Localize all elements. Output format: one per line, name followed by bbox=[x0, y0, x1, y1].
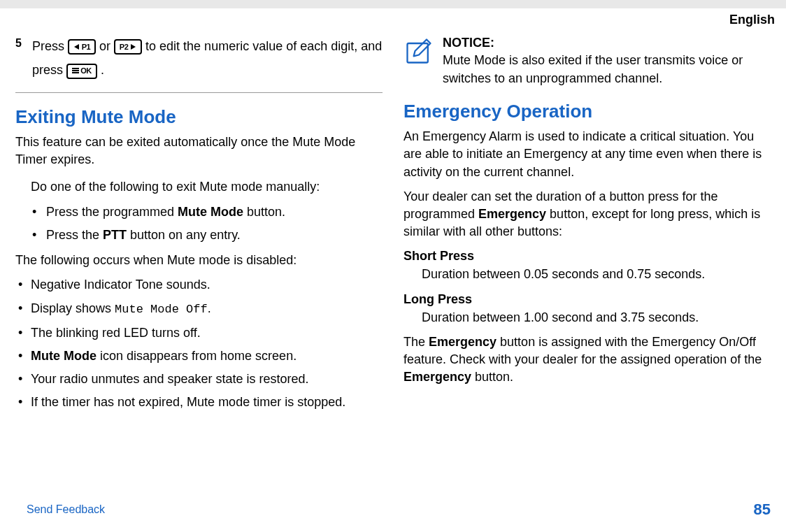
svg-marker-1 bbox=[131, 44, 136, 50]
step-number: 5 bbox=[15, 36, 25, 51]
list-item: Your radio unmutes and speaker state is … bbox=[15, 371, 383, 387]
p-bold: Emergency bbox=[478, 207, 546, 221]
left-column: 5 Press P1 or P2 to edit the numeric val… bbox=[15, 34, 383, 417]
manual-exit-list: Press the programmed Mute Mode button. P… bbox=[31, 203, 383, 244]
list-item-ptt: Press the PTT button on any entry. bbox=[31, 227, 383, 243]
page-number: 85 bbox=[754, 499, 771, 521]
li-bold: Mute Mode bbox=[31, 349, 97, 363]
arrow-right-icon bbox=[129, 43, 136, 50]
key-ok: OK bbox=[66, 64, 97, 79]
li-text: button on any entry. bbox=[127, 228, 241, 242]
list-item: If the timer has not expired, Mute mode … bbox=[15, 394, 383, 410]
li-text: button. bbox=[243, 205, 285, 219]
key-p1: P1 bbox=[68, 39, 96, 55]
step-text-end: . bbox=[101, 63, 104, 77]
notice-title: NOTICE: bbox=[443, 34, 771, 52]
svg-rect-2 bbox=[408, 43, 428, 63]
list-item-mute-button: Press the programmed Mute Mode button. bbox=[31, 203, 383, 220]
key-p2: P2 bbox=[114, 39, 142, 55]
li-text: icon disappears from home screen. bbox=[97, 349, 296, 363]
notice-icon bbox=[403, 36, 434, 71]
heading-emergency-operation: Emergency Operation bbox=[403, 99, 771, 124]
svg-marker-0 bbox=[74, 44, 79, 50]
key-ok-label: OK bbox=[80, 64, 92, 78]
list-item: Negative Indicator Tone sounds. bbox=[15, 276, 383, 293]
notice-text: Mute Mode is also exited if the user tra… bbox=[443, 52, 771, 87]
p-disabled: The following occurs when Mute mode is d… bbox=[15, 252, 383, 269]
p-feature: This feature can be exited automatically… bbox=[15, 134, 383, 168]
li-bold: Mute Mode bbox=[178, 205, 243, 219]
key-p1-label: P1 bbox=[82, 40, 90, 55]
p-manual: Do one of the following to exit Mute mod… bbox=[31, 178, 383, 196]
li-text: Press the bbox=[46, 228, 103, 242]
def-term: Short Press bbox=[403, 247, 771, 265]
p-assign: The Emergency button is assigned with th… bbox=[403, 333, 771, 387]
list-item-display: Display shows Mute Mode Off. bbox=[15, 300, 383, 318]
notice-block: NOTICE: Mute Mode is also exited if the … bbox=[403, 34, 771, 87]
page-content: 5 Press P1 or P2 to edit the numeric val… bbox=[0, 29, 786, 417]
step-body: Press P1 or P2 to edit the numeric value… bbox=[32, 34, 383, 82]
definition-short-press: Short Press Duration between 0.05 second… bbox=[403, 247, 771, 283]
notice-body: NOTICE: Mute Mode is also exited if the … bbox=[443, 34, 771, 87]
menu-icon bbox=[72, 68, 79, 74]
top-bar bbox=[0, 0, 786, 8]
p-dealer: Your dealer can set the duration of a bu… bbox=[403, 188, 771, 241]
def-desc: Duration between 1.00 second and 3.75 se… bbox=[403, 309, 771, 326]
list-item-icon: Mute Mode icon disappears from home scre… bbox=[15, 347, 383, 364]
step-text-or: or bbox=[99, 39, 114, 53]
li-text: Display shows bbox=[31, 301, 115, 315]
key-p2-label: P2 bbox=[120, 40, 128, 55]
arrow-left-icon bbox=[73, 43, 80, 50]
def-term: Long Press bbox=[403, 291, 771, 308]
p-alarm: An Emergency Alarm is used to indicate a… bbox=[403, 128, 771, 181]
right-column: NOTICE: Mute Mode is also exited if the … bbox=[403, 34, 771, 417]
heading-exiting-mute-mode: Exiting Mute Mode bbox=[15, 104, 383, 129]
p-text: button. bbox=[471, 370, 513, 384]
p-bold: Emergency bbox=[403, 370, 471, 384]
page-footer: Send Feedback 85 bbox=[0, 499, 786, 521]
language-header: English bbox=[0, 8, 786, 29]
pencil-note-icon bbox=[403, 36, 434, 66]
li-bold: PTT bbox=[103, 228, 127, 242]
manual-exit-block: Do one of the following to exit Mute mod… bbox=[15, 178, 383, 243]
li-mono: Mute Mode Off bbox=[115, 303, 208, 316]
step-5: 5 Press P1 or P2 to edit the numeric val… bbox=[15, 34, 383, 92]
send-feedback-link[interactable]: Send Feedback bbox=[27, 502, 105, 517]
li-text: Press the programmed bbox=[46, 205, 178, 219]
list-item: The blinking red LED turns off. bbox=[15, 324, 383, 341]
definition-long-press: Long Press Duration between 1.00 second … bbox=[403, 291, 771, 326]
def-desc: Duration between 0.05 seconds and 0.75 s… bbox=[403, 266, 771, 283]
step-text-pre: Press bbox=[32, 39, 68, 53]
disabled-effects-list: Negative Indicator Tone sounds. Display … bbox=[15, 276, 383, 410]
p-bold: Emergency bbox=[429, 335, 496, 349]
li-text: . bbox=[208, 301, 211, 315]
p-text: The bbox=[403, 335, 429, 349]
